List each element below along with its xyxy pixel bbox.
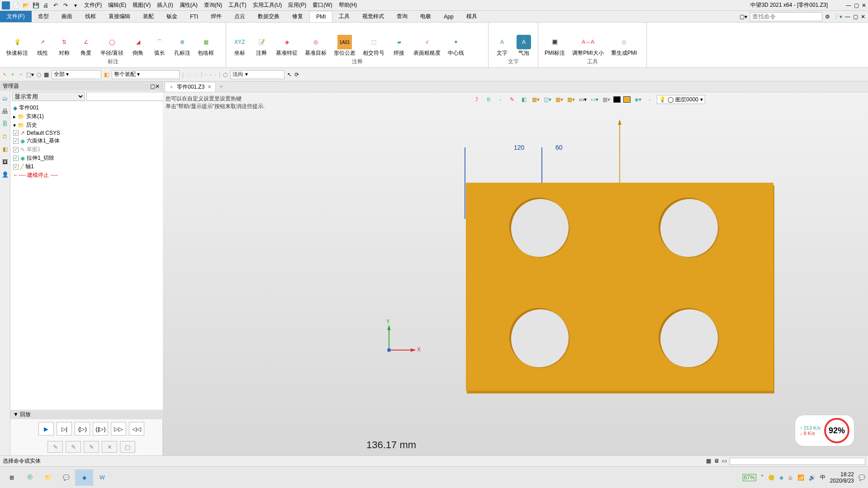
cmd-datum-target[interactable]: ◎基准目标 [302, 24, 329, 58]
mgr-body-icon[interactable]: ◧ [0, 144, 10, 154]
status-i3-icon[interactable]: ▭ [722, 458, 727, 465]
tree-stop-marker[interactable]: ←---- 建模停止 ---- [12, 171, 171, 180]
cmd-pmi-dim[interactable]: 🔳PMI标注 [542, 24, 568, 58]
tree-root[interactable]: ◆零件001 [12, 104, 171, 112]
file-tab-close-icon[interactable]: ✕ [207, 84, 212, 90]
doc-close-icon[interactable]: ✕ [861, 14, 865, 20]
tab-surface[interactable]: 曲面 [55, 11, 79, 22]
task-wps[interactable]: W [93, 469, 111, 486]
menu-insert[interactable]: 插入(I) [157, 1, 173, 9]
menu-file[interactable]: 文件(F) [84, 1, 102, 9]
filter-input[interactable] [86, 92, 164, 101]
tab-directedit[interactable]: 直接编辑 [102, 11, 137, 22]
qat-undo-icon[interactable]: ↶ [52, 1, 60, 9]
cmd-note[interactable]: 📝注释 [251, 24, 271, 58]
tab-dataexchange[interactable]: 数据交换 [251, 11, 286, 22]
menu-apps[interactable]: 应用(P) [288, 1, 306, 9]
close-icon[interactable]: ✕ [862, 2, 866, 9]
file-tab[interactable]: ＋ 零件001.Z3 ✕ [165, 82, 216, 92]
pb-tool1[interactable]: ✎ [47, 441, 63, 453]
tree-axis1[interactable]: ✓╱轴1 [12, 162, 171, 171]
task-edge[interactable]: ⓔ [21, 469, 39, 486]
doc-min-icon[interactable]: ― [845, 14, 850, 20]
clock-time[interactable]: 18:22 [830, 471, 854, 478]
menu-tools[interactable]: 工具(T) [228, 1, 246, 9]
tray-shield-icon[interactable]: ♨ [788, 474, 793, 481]
qb-square-icon[interactable]: ⬚▾ [26, 71, 34, 78]
tab-repair[interactable]: 修复 [286, 11, 309, 22]
cmd-hole-dim[interactable]: ⊕孔标注 [171, 24, 193, 58]
cmd-chamfer[interactable]: ◢倒角 [128, 24, 148, 58]
tray-vol-icon[interactable]: 🔊 [809, 474, 816, 481]
max-icon[interactable]: ▢ [854, 2, 859, 9]
tab-modeling[interactable]: 造型 [32, 11, 55, 22]
tree-extrude-cut[interactable]: ✓◉拉伸1_切除 [12, 154, 171, 162]
menu-view[interactable]: 视图(V) [133, 1, 151, 9]
qat-new-icon[interactable]: 📄 [12, 1, 20, 9]
tray-cube-icon[interactable]: ◈ [779, 474, 783, 481]
tree-hexahedron[interactable]: ✓◉六面体1_基体 [12, 137, 171, 145]
qb-i2-icon[interactable]: ◌ [194, 71, 198, 78]
play-button[interactable]: ▶ [38, 422, 54, 436]
qat-redo-icon[interactable]: ↷ [62, 1, 70, 9]
qb-cursor-icon[interactable]: ↖ [3, 71, 7, 78]
tree-history[interactable]: ▾📁历史 [12, 121, 171, 129]
mgr-hier-icon[interactable]: 品 [0, 106, 10, 116]
cmd-angle[interactable]: ∠角度 [76, 24, 96, 58]
menu-window[interactable]: 窗口(W) [313, 1, 332, 9]
qb-i4-icon[interactable]: ▫ [210, 71, 212, 78]
ribbon-file-button[interactable]: 文件(F) [0, 11, 32, 22]
rewind-button[interactable]: ◁◁ [129, 422, 144, 436]
menu-help[interactable]: 帮助(H) [339, 1, 357, 9]
mgr-user-icon[interactable]: 👤 [0, 170, 10, 180]
task-wechat[interactable]: 💬 [57, 469, 75, 486]
cmd-gtol[interactable]: 1A01形位公差 [331, 24, 358, 58]
qb-i5-icon[interactable]: ▫ [214, 71, 216, 78]
mgr-pic-icon[interactable]: 🖼 [0, 157, 10, 167]
mgr-sheet-icon[interactable]: 🗋 [0, 132, 10, 142]
mgr-tree-icon[interactable]: 🗂 [0, 94, 10, 104]
cmd-pmi-size[interactable]: A↔A调整PMI大小 [569, 24, 606, 58]
cmd-coord[interactable]: XYZ坐标 [230, 24, 250, 58]
qat-save-icon[interactable]: 💾 [32, 1, 40, 9]
tab-fti[interactable]: FTI [184, 11, 204, 22]
step-in-button[interactable]: (▷) [75, 422, 90, 436]
qb-circ-icon[interactable]: ◌ [37, 71, 41, 78]
menu-attr[interactable]: 属性(A) [180, 1, 198, 9]
doc-max-icon[interactable]: ▢ [853, 14, 858, 20]
cmd-radius[interactable]: ◯半径/直径 [98, 24, 126, 58]
gear-icon[interactable]: ⚙ [825, 14, 830, 20]
tab-app[interactable]: App [437, 11, 460, 22]
mgr-layers-icon[interactable]: 🗄 [0, 119, 10, 129]
battery-icon[interactable]: 67% [743, 474, 756, 481]
tab-pmi[interactable]: PMI [309, 11, 332, 22]
menu-utilities[interactable]: 实用工具(U) [253, 1, 282, 9]
tab-pointcloud[interactable]: 点云 [228, 11, 251, 22]
qb-cube-icon[interactable]: ◧ [104, 71, 109, 78]
step-fwd-button[interactable]: ▷| [57, 422, 72, 436]
qb-end-icon[interactable]: ⟳ [294, 71, 299, 78]
start-button[interactable]: ⊞ [3, 469, 21, 486]
tab-assembly[interactable]: 装配 [137, 11, 160, 22]
cmd-balloon[interactable]: A气泡 [514, 24, 534, 58]
task-explorer[interactable]: 📁 [39, 469, 57, 486]
clock-date[interactable]: 2020/8/23 [830, 478, 854, 484]
tray-wifi-icon[interactable]: 📶 [797, 474, 804, 481]
qb-filter3[interactable]: 法向 ▾ [230, 70, 285, 79]
qb-filter1[interactable]: 全部 ▾ [52, 70, 101, 79]
qb-i1-icon[interactable]: ◌ [186, 71, 191, 78]
qb-remove-icon[interactable]: － [18, 71, 24, 78]
step-out-button[interactable]: (|▷) [93, 422, 108, 436]
qb-add-icon[interactable]: ＋ [10, 71, 15, 78]
help-icon[interactable]: ❔▾ [833, 14, 842, 20]
qb-circ2-icon[interactable]: ◌ [223, 71, 228, 78]
cmd-roughness[interactable]: √表面粗糙度 [411, 24, 443, 58]
qb-sel-icon[interactable]: ▦ [44, 71, 49, 78]
cmd-pmi-regen[interactable]: ◇重生成PMI [608, 24, 640, 58]
tree-solids[interactable]: ▸📁实体(1) [12, 112, 171, 121]
tab-wireframe[interactable]: 线框 [79, 11, 102, 22]
new-tab-button[interactable]: ＋ [218, 83, 224, 90]
task-zw3d[interactable]: ◆ [75, 469, 93, 486]
tray-face-icon[interactable]: 🙂 [768, 474, 775, 481]
qat-dropdown-icon[interactable]: ▾ [71, 1, 80, 9]
